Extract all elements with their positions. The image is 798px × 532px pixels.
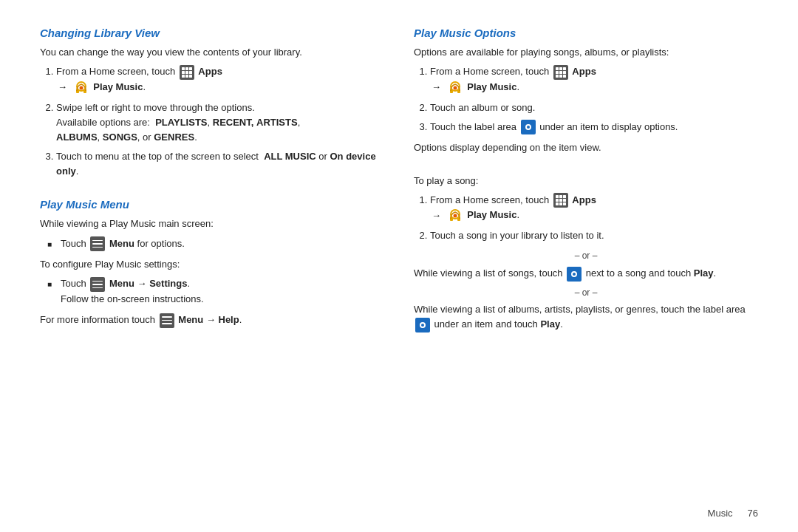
label-icon-inner-3 [420,322,426,328]
menu-icon-3 [160,313,174,328]
apps-label-right2: Apps [572,194,596,205]
or2-text: While viewing a list of albums, artists,… [414,302,758,332]
play-song-intro: To play a song: [414,174,758,188]
recent-label: RECENT, [213,117,254,128]
apps-icon [180,65,194,80]
section2-intro: While viewing a Play Music main screen: [40,216,384,231]
play-bold-2: Play [540,318,560,330]
music-icon-right1 [447,80,463,96]
section-play-music-options: Play Music Options Options are available… [414,27,758,160]
right-section2-list: From a Home screen, touch Apps → [430,193,758,244]
apps-icon-right1 [553,65,568,80]
right-step3: Touch the label area under an item to di… [430,120,758,135]
or1-text: While viewing a list of songs, touch nex… [414,266,758,282]
label-icon-inner-1 [525,124,531,130]
arrow-right1: → [432,80,441,95]
left-column: Changing Library View You can change the… [40,27,384,493]
section1-title: Changing Library View [40,27,384,39]
menu-label-3: Menu [178,314,203,325]
section1-intro: You can change the way you view the cont… [40,45,384,60]
footer-text: Music [708,508,733,519]
apps-icon-grid-right1 [556,67,566,78]
artists-label: ARTISTS [256,117,298,128]
music-icon-right2 [447,208,463,224]
section2-list2: Touch Menu → Settings. Follow the on-scr… [47,276,384,307]
right-step1-before: From a Home screen, touch [430,66,552,77]
label-icon-1 [521,120,536,134]
on-device-label: On device only [56,151,376,177]
options-list: PLAYLISTS [155,117,207,128]
section-play-music-menu: Play Music Menu While viewing a Play Mus… [40,198,384,332]
right-column: Play Music Options Options are available… [414,27,758,493]
svg-point-7 [453,86,457,89]
section1-list: From a Home screen, touch Apps → [56,64,384,179]
genres-label: GENRES [154,132,194,143]
arrow-right2: → [432,208,441,223]
right-section1-list: From a Home screen, touch Apps → [430,64,758,134]
arrow-icon: → [58,80,67,95]
step1-text-before: From a Home screen, touch [56,66,178,77]
or-line-1: – or – [414,249,758,263]
right-play-step1: From a Home screen, touch Apps → [430,193,758,225]
section2-more: For more information touch Menu → Help. [40,313,384,328]
label-icon-3 [415,318,430,332]
right-play-step2: Touch a song in your library to listen t… [430,228,758,243]
section2-title: Play Music Menu [40,198,384,211]
section-right1-intro: Options are available for playing songs,… [414,45,758,60]
footer-page: 76 [748,508,758,519]
songs-label: SONGS [103,132,137,143]
svg-point-11 [453,214,457,218]
help-label: Help [219,314,239,325]
section2-bullet2: Touch Menu → Settings. Follow the on-scr… [47,276,384,307]
options-display-note: Options display depending on the item vi… [414,140,758,155]
play-bold-1: Play [694,267,714,279]
section-changing-library-view: Changing Library View You can change the… [40,27,384,185]
section-right1-title: Play Music Options [414,27,758,39]
section2-bullet1: Touch Menu for options. [47,236,384,252]
apps-label-right1: Apps [572,66,596,77]
apps-icon-grid [182,67,192,78]
follow-instructions: Follow the on-screen instructions. [61,293,204,304]
menu-label-1: Menu [109,238,134,249]
section2-list: Touch Menu for options. [47,236,384,252]
all-music-label: ALL MUSIC [264,151,316,162]
settings-label: Settings [149,278,187,289]
or-line-2: – or – [414,286,758,300]
footer: Music 76 [0,508,798,532]
section1-step1: From a Home screen, touch Apps → [56,64,384,96]
right-step2: Touch an album or song. [430,100,758,115]
play-music-label-1: Play Music [93,81,143,92]
section1-step3: Touch to menu at the top of the screen t… [56,149,384,179]
section2-config: To configure Play Music settings: [40,257,384,272]
svg-point-3 [79,86,83,89]
bullet1-content: Touch Menu for options. [61,236,185,252]
section-play-song: To play a song: From a Home screen, touc… [414,174,758,337]
albums-label: ALBUMS [56,132,98,143]
section1-step2: Swipe left or right to move through the … [56,100,384,145]
label-icon-inner-2 [571,271,577,277]
apps-icon-grid-right2 [556,195,566,205]
apps-icon-right2 [553,193,568,208]
right-step1: From a Home screen, touch Apps → [430,64,758,96]
play-music-label-right2: Play Music [467,210,516,221]
apps-label: Apps [198,66,222,77]
bullet2-content: Touch Menu → Settings. Follow the on-scr… [61,276,204,307]
music-icon-1 [73,80,89,96]
label-icon-2 [567,267,582,282]
menu-icon-2 [90,277,105,292]
menu-icon-1 [90,236,105,251]
menu-label-2: Menu [109,278,134,289]
play-music-label-right1: Play Music [467,81,516,92]
